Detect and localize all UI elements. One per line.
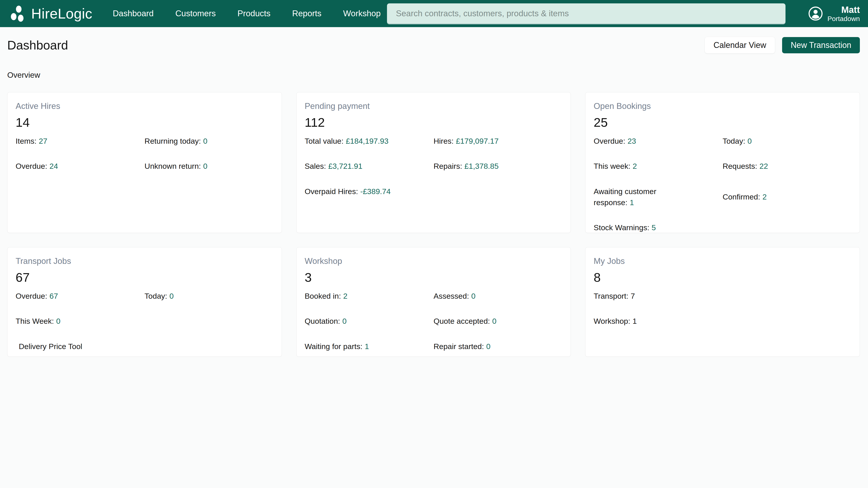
stat-label: Repairs:: [434, 162, 462, 170]
stat-label: Assessed:: [434, 292, 469, 300]
stat-value: 5: [652, 223, 656, 232]
stat-repair-started: Repair started:0: [434, 341, 562, 352]
card-count: 3: [305, 270, 563, 285]
stat-stock-warnings: Stock Warnings:5: [594, 222, 722, 233]
overview-section-label: Overview: [7, 70, 860, 79]
page-header: Dashboard Calendar View New Transaction: [7, 37, 860, 53]
stat-quotation: Quotation:0: [305, 316, 434, 327]
nav-item-products[interactable]: Products: [238, 9, 271, 18]
stat-value: 23: [627, 137, 636, 145]
stat-hires: Hires:£179,097.17: [434, 135, 562, 147]
card-active-hires: Active Hires 14 Items:27 Returning today…: [7, 92, 282, 233]
stat-label: Overpaid Hires:: [305, 187, 358, 196]
stat-value: 27: [39, 137, 48, 145]
page-title: Dashboard: [7, 38, 68, 53]
stat-label: Waiting for parts:: [305, 342, 363, 351]
stat-value: 0: [342, 317, 347, 325]
stat-repairs: Repairs:£1,378.85: [434, 161, 562, 172]
stat-value: 0: [203, 162, 208, 170]
stat-label: Overdue:: [16, 292, 47, 300]
stat-label: Returning today:: [145, 137, 201, 145]
card-pending-payment: Pending payment 112 Total value:£184,197…: [296, 92, 571, 233]
stat-value: 0: [56, 317, 60, 325]
stat-awaiting-customer-response: Awaiting customer response:1: [594, 186, 693, 208]
delivery-price-tool-link[interactable]: Delivery Price Tool: [16, 341, 145, 352]
user-menu[interactable]: Matt Portadown: [808, 4, 860, 23]
stat-today: Today:0: [723, 135, 851, 147]
stat-value: 24: [50, 162, 58, 170]
brand-logo-icon: [9, 5, 27, 22]
user-avatar-icon: [808, 6, 823, 21]
nav-item-reports[interactable]: Reports: [292, 9, 322, 18]
stat-value: -£389.74: [360, 187, 391, 196]
stat-label: Hires:: [434, 137, 454, 145]
global-search-input[interactable]: [387, 3, 785, 24]
new-transaction-button[interactable]: New Transaction: [782, 37, 860, 53]
stat-label: Awaiting customer response:: [594, 187, 656, 207]
stat-label: Requests:: [723, 162, 757, 170]
card-my-jobs: My Jobs 8 Transport:7 Workshop:1: [585, 247, 860, 357]
stat-label: This week:: [594, 162, 630, 170]
stat-value: 0: [486, 342, 491, 351]
stat-label: Sales:: [305, 162, 326, 170]
stat-this-week: This week:2: [594, 161, 722, 172]
stat-label: Total value:: [305, 137, 344, 145]
card-stats: Overdue:23 Today:0 This week:2 Requests:…: [594, 135, 851, 233]
stat-value: 0: [203, 137, 208, 145]
stat-label: Workshop:: [594, 317, 630, 325]
nav-item-dashboard[interactable]: Dashboard: [113, 9, 154, 18]
card-stats: Transport:7 Workshop:1: [594, 291, 851, 327]
stat-label: Transport:: [594, 292, 628, 300]
nav-item-workshop[interactable]: Workshop: [343, 9, 381, 18]
stat-label: Overdue:: [16, 162, 47, 170]
stat-requests: Requests:22: [723, 161, 851, 172]
main-nav: Dashboard Customers Products Reports Wor…: [113, 9, 381, 18]
stat-overdue: Overdue:67: [16, 291, 145, 302]
card-title: Open Bookings: [594, 101, 851, 111]
stat-confirmed: Confirmed:2: [723, 191, 851, 202]
stat-waiting-for-parts: Waiting for parts:1: [305, 341, 434, 352]
user-location: Portadown: [828, 15, 860, 23]
card-stats: Total value:£184,197.93 Hires:£179,097.1…: [305, 135, 563, 197]
stat-assessed: Assessed:0: [434, 291, 562, 302]
stat-value: 1: [632, 317, 637, 325]
card-stats: Booked in:2 Assessed:0 Quotation:0 Quote…: [305, 291, 563, 352]
stat-value: £179,097.17: [456, 137, 499, 145]
stat-this-week: This Week:0: [16, 316, 145, 327]
user-info: Matt Portadown: [828, 4, 860, 23]
stat-label: Quote accepted:: [434, 317, 490, 325]
stat-value: 67: [50, 292, 58, 300]
calendar-view-button[interactable]: Calendar View: [705, 37, 775, 53]
nav-item-customers[interactable]: Customers: [176, 9, 216, 18]
header-actions: Calendar View New Transaction: [705, 37, 860, 53]
main-content: Dashboard Calendar View New Transaction …: [0, 37, 868, 357]
card-count: 67: [16, 270, 274, 285]
card-title: Pending payment: [305, 101, 563, 111]
card-title: Active Hires: [16, 101, 274, 111]
card-count: 8: [594, 270, 851, 285]
stat-value: £184,197.93: [346, 137, 389, 145]
stat-booked-in: Booked in:2: [305, 291, 434, 302]
stat-sales: Sales:£3,721.91: [305, 161, 434, 172]
stat-workshop: Workshop:1: [594, 316, 722, 327]
stat-label: Confirmed:: [723, 193, 760, 201]
stat-value: 1: [630, 198, 634, 207]
stat-label: This Week:: [16, 317, 54, 325]
user-name: Matt: [828, 4, 860, 15]
stat-value: £1,378.85: [465, 162, 499, 170]
stat-value: 1: [365, 342, 369, 351]
brand-logo[interactable]: HireLogic: [9, 5, 92, 22]
stat-total-value: Total value:£184,197.93: [305, 135, 434, 147]
stat-value: 2: [343, 292, 347, 300]
card-open-bookings: Open Bookings 25 Overdue:23 Today:0 This…: [585, 92, 860, 233]
stat-value: 0: [747, 137, 752, 145]
card-count: 14: [16, 115, 274, 130]
brand-name: HireLogic: [31, 5, 92, 22]
stat-value: 0: [169, 292, 174, 300]
stat-label: Repair started:: [434, 342, 484, 351]
cards-grid: Active Hires 14 Items:27 Returning today…: [7, 92, 860, 357]
card-count: 25: [594, 115, 851, 130]
stat-label: Booked in:: [305, 292, 341, 300]
card-count: 112: [305, 115, 563, 130]
card-stats: Overdue:67 Today:0 This Week:0 Delivery …: [16, 291, 274, 352]
